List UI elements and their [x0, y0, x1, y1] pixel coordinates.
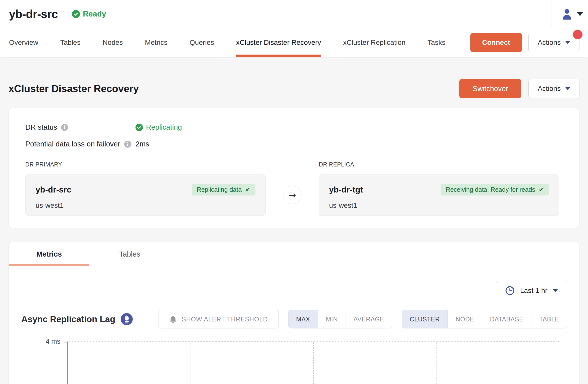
dr-replica-name: yb-dr-tgt: [329, 185, 363, 195]
nav-tab-nodes[interactable]: Nodes: [103, 28, 123, 57]
caret-down-icon: [565, 41, 570, 44]
show-alert-threshold-button[interactable]: SHOW ALERT THRESHOLD: [159, 310, 279, 328]
universe-title: yb-dr-src: [9, 7, 58, 21]
dr-primary-column: DR PRIMARY yb-dr-src Replicating data ✔ …: [25, 161, 266, 216]
info-icon[interactable]: [124, 141, 131, 148]
metrics-sub-tabs: Metrics Tables: [9, 242, 579, 266]
universe-nav: Overview Tables Nodes Metrics Queries xC…: [0, 28, 588, 57]
info-icon[interactable]: [61, 124, 68, 131]
aggregation-toggle-group: MAX MIN AVERAGE: [288, 310, 392, 328]
chart-title: Async Replication Lag: [21, 314, 115, 324]
user-menu[interactable]: [551, 0, 588, 28]
caret-down-icon: [577, 12, 583, 16]
universe-status-label: Ready: [83, 10, 106, 19]
dr-status-value: Replicating: [135, 123, 182, 131]
dr-replica-status-pill: Receiving data, Ready for reads ✔: [441, 184, 549, 196]
check-circle-icon: [135, 124, 143, 131]
tab-metrics[interactable]: Metrics: [9, 242, 89, 266]
data-loss-row: Potential data loss on failover 2ms: [25, 140, 559, 148]
nav-tab-queries[interactable]: Queries: [190, 28, 214, 57]
nav-tab-xcluster-disaster-recovery[interactable]: xCluster Disaster Recovery: [236, 28, 321, 57]
metrics-card: Metrics Tables Last 1 hr Async Replicati…: [9, 242, 579, 384]
nav-tab-metrics[interactable]: Metrics: [145, 28, 168, 57]
page-heading-row: xCluster Disaster Recovery Switchover Ac…: [9, 79, 579, 98]
page-title: xCluster Disaster Recovery: [9, 83, 139, 94]
nav-action-buttons: Connect Actions: [470, 33, 579, 52]
dr-replica-card: yb-dr-tgt Receiving data, Ready for read…: [319, 174, 559, 216]
tab-tables[interactable]: Tables: [89, 242, 170, 266]
vertical-gridline: [191, 342, 191, 384]
show-alert-threshold-label: SHOW ALERT THRESHOLD: [182, 316, 268, 323]
dr-actions-button[interactable]: Actions: [528, 79, 579, 98]
universe-header-row: yb-dr-src Ready: [0, 0, 588, 28]
data-loss-value: 2ms: [135, 140, 149, 148]
nav-tab-overview[interactable]: Overview: [9, 28, 38, 57]
dr-primary-role-label: DR PRIMARY: [25, 161, 266, 168]
dr-status-row: DR status Replicating: [25, 123, 559, 131]
time-range-label: Last 1 hr: [520, 287, 547, 295]
scope-cluster[interactable]: CLUSTER: [402, 310, 448, 328]
aggregation-min[interactable]: MIN: [318, 310, 345, 328]
user-avatar-icon: [561, 8, 573, 20]
connect-button[interactable]: Connect: [470, 33, 522, 52]
bell-icon: [169, 315, 177, 323]
time-range-row: Last 1 hr: [9, 281, 579, 300]
dr-primary-status-pill: Replicating data ✔: [192, 184, 255, 196]
dr-replica-status-text: Receiving data, Ready for reads: [446, 186, 535, 193]
chart-header-row: Async Replication Lag SHOW ALERT THRESHO…: [9, 310, 579, 328]
dr-status-text: Replicating: [146, 123, 182, 131]
time-range-dropdown[interactable]: Last 1 hr: [496, 281, 567, 300]
universe-status-badge: Ready: [72, 10, 106, 19]
data-loss-label: Potential data loss on failover: [25, 140, 120, 148]
arrow-right-icon: →: [283, 186, 302, 204]
dr-replica-role-label: DR REPLICA: [319, 161, 559, 168]
prometheus-icon: [121, 313, 133, 325]
aggregation-average[interactable]: AVERAGE: [346, 310, 392, 328]
nav-tab-tasks[interactable]: Tasks: [427, 28, 446, 57]
dr-primary-region: us-west1: [36, 202, 255, 210]
scope-toggle-group: CLUSTER NODE DATABASE TABLE: [402, 310, 567, 328]
vertical-gridline: [559, 342, 559, 384]
top-bar: yb-dr-src Ready Overview Tables Nodes Me…: [0, 0, 588, 57]
caret-down-icon: [565, 87, 570, 90]
chart-controls: SHOW ALERT THRESHOLD MAX MIN AVERAGE CLU…: [159, 310, 567, 328]
replication-direction: →: [266, 161, 319, 216]
clock-icon: [505, 286, 515, 295]
dr-primary-status-text: Replicating data: [197, 186, 242, 193]
check-icon: ✔: [245, 186, 250, 193]
vertical-gridline: [436, 342, 436, 384]
notification-dot: [573, 30, 582, 39]
aggregation-max[interactable]: MAX: [288, 310, 318, 328]
universe-actions-button[interactable]: Actions: [528, 33, 579, 52]
y-axis-tick-mark: [64, 342, 67, 342]
scope-database[interactable]: DATABASE: [482, 310, 531, 328]
dr-clusters-row: DR PRIMARY yb-dr-src Replicating data ✔ …: [25, 161, 559, 216]
switchover-button[interactable]: Switchover: [459, 79, 521, 98]
scope-table[interactable]: TABLE: [531, 310, 567, 328]
check-circle-icon: [72, 10, 80, 18]
caret-down-icon: [553, 289, 558, 292]
vertical-gridline: [313, 342, 314, 384]
nav-tab-tables[interactable]: Tables: [60, 28, 81, 57]
scope-node[interactable]: NODE: [448, 310, 482, 328]
dr-primary-card: yb-dr-src Replicating data ✔ us-west1: [25, 174, 266, 216]
universe-actions-label: Actions: [538, 39, 561, 47]
dr-replica-region: us-west1: [329, 202, 549, 210]
dr-replica-column: DR REPLICA yb-dr-tgt Receiving data, Rea…: [319, 161, 559, 216]
dr-status-label: DR status: [25, 123, 57, 131]
replication-lag-chart: 4 ms: [67, 341, 559, 384]
dr-actions-label: Actions: [538, 85, 561, 93]
dr-status-card: DR status Replicating Potential data los…: [9, 108, 579, 228]
dr-primary-name: yb-dr-src: [36, 185, 71, 195]
nav-tab-xcluster-replication[interactable]: xCluster Replication: [343, 28, 405, 57]
y-axis-top-tick-label: 4 ms: [20, 338, 60, 345]
check-icon: ✔: [539, 186, 544, 193]
